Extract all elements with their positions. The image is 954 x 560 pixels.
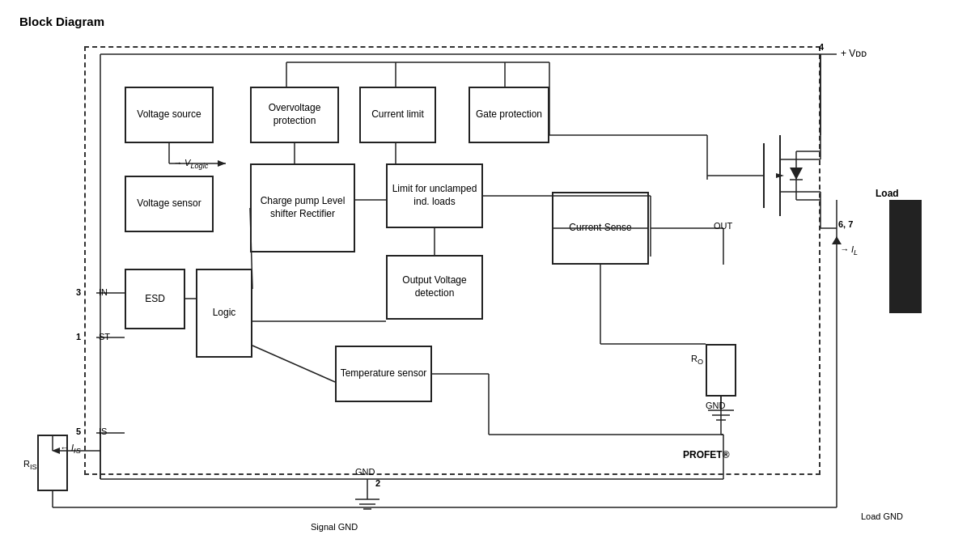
iis-label: ← IIS: [60, 443, 81, 455]
pin1-label: 1: [76, 332, 81, 342]
limit-unclamped-block: Limit for unclamped ind. loads: [386, 163, 483, 228]
page-title: Block Diagram: [19, 15, 935, 28]
temperature-block: Temperature sensor: [335, 346, 432, 402]
signal-gnd-label: Signal GND: [311, 522, 358, 532]
output-voltage-block: Output Voltage detection: [386, 255, 483, 320]
esd-block: ESD: [125, 269, 185, 329]
is-label: IS: [99, 426, 107, 436]
ro-block: [706, 344, 736, 397]
gnd-pin2-label: GND: [355, 467, 375, 477]
pin2-label: 2: [375, 478, 380, 488]
pin3-label: 3: [76, 287, 81, 297]
pin4-label: 4: [819, 42, 824, 52]
logic-block: Logic: [196, 269, 252, 358]
current-limit-block: Current limit: [359, 87, 436, 143]
profet-label: PROFET®: [683, 449, 730, 460]
st-label: ST: [99, 332, 110, 342]
svg-marker-71: [832, 236, 842, 244]
out-label: OUT: [714, 221, 732, 231]
load-block: [889, 200, 922, 313]
charge-pump-block: Charge pump Level shifter Rectifier: [250, 163, 355, 252]
il-label: → IL: [840, 244, 858, 257]
pin5-label: 5: [76, 426, 81, 436]
vlogic-label: → VLogic: [173, 158, 208, 170]
block-diagram: Voltage source Overvoltage protection Cu…: [19, 38, 934, 552]
overvoltage-block: Overvoltage protection: [250, 87, 339, 143]
vbb-label: + Vᴅᴅ: [841, 48, 867, 59]
voltage-sensor-block: Voltage sensor: [125, 176, 214, 232]
load-label: Load: [876, 188, 899, 199]
ro-gnd-label: GND: [706, 401, 725, 410]
page: Block Diagram Voltage source Overvoltage…: [0, 0, 954, 560]
load-gnd-label: Load GND: [861, 511, 903, 521]
voltage-source-block: Voltage source: [125, 87, 214, 143]
ris-label: RIS: [23, 459, 37, 471]
current-sense-block: Current Sense: [552, 192, 649, 265]
pin67-label: 6, 7: [838, 219, 853, 229]
in-label: IN: [99, 287, 108, 297]
gate-protection-block: Gate protection: [469, 87, 549, 143]
ro-label: RO: [691, 354, 703, 366]
